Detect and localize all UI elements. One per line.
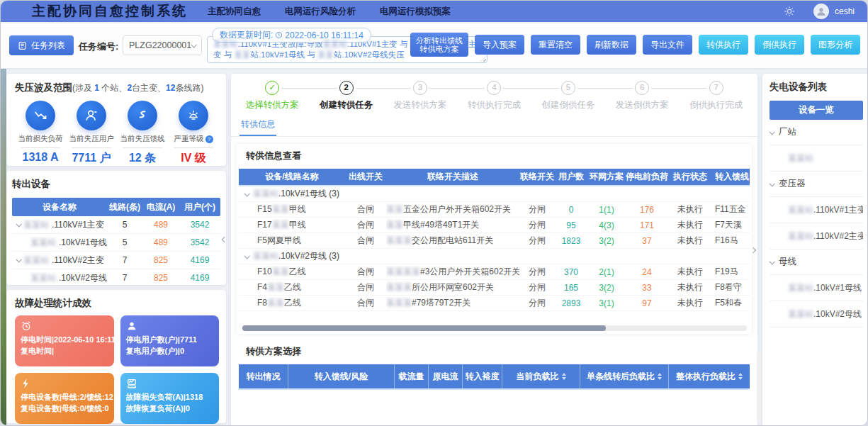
table-row[interactable]: F8某某乙线 合闸 某某某#79塔79T2开关 分闸 2893 3(1) 97 … <box>239 296 750 311</box>
lightning-icon <box>21 378 32 389</box>
app-header: 主配协同自愈控制系统 主配协同自愈 电网运行风险分析 电网运行模拟预案 cesh… <box>1 1 867 22</box>
sortable-header[interactable]: 当前负载比 <box>502 364 580 388</box>
collapse-left-icon[interactable] <box>222 232 227 245</box>
plan-select-section: 转供方案选择 转出情况 转入馈线/风险 载流量 原电流 转入裕度 当前负载比 单… <box>237 342 752 393</box>
export-file-button[interactable]: 导出文件 <box>643 35 692 55</box>
sort-icon <box>658 373 662 380</box>
sort-icon <box>738 373 743 380</box>
chevron-down-icon <box>769 181 774 186</box>
device-list-title: 失电设备列表 <box>770 81 863 94</box>
user-menu[interactable]: ceshi <box>813 4 855 19</box>
tree-group-busbar[interactable]: 母线 <box>770 250 863 275</box>
avatar <box>813 4 829 19</box>
table-row[interactable]: 某某站.110kV#2主变 78254169 <box>12 252 220 269</box>
sortable-header[interactable]: 单条线转后负载比 <box>580 364 669 388</box>
table-row[interactable]: F10某某乙线 合闸 某某某某#3公用户外开关箱602开关 分闸 370 2(1… <box>239 264 750 280</box>
powerloss-device-panel: 失电设备列表 设备一览 厂站 某某站 变压器 某某站.110kV#1主变 某某站… <box>762 74 868 426</box>
step-7: 7倒供执行完成 <box>680 81 753 111</box>
table-row[interactable]: 某某站.110kV#1主变 54893542 <box>12 216 220 234</box>
transfer-info-section: 转供信息查看 设备/线路名称出线开关 联络开关描述联络开关 用户数环网方案 停电… <box>237 144 752 334</box>
outage-devices-card: 停电设备数|母线:2/馈线:12 复电设备数|母线:0/馈线:0 <box>15 373 114 424</box>
transfer-table-header: 设备/线路名称出线开关 联络开关描述联络开关 用户数环网方案 停电前负荷执行状态… <box>239 169 750 186</box>
severity-value: IV 级 <box>168 151 219 166</box>
tree-item[interactable]: 某某站.10kV#1母线 <box>770 275 863 301</box>
fault-stats-panel: 故障处理统计成效 停电时间|2022-06-10 16:11 复电时间| 停电用… <box>6 290 226 423</box>
tree-group-station[interactable]: 厂站 <box>770 120 863 145</box>
table-row[interactable]: F17某某甲线 合闸 某某甲线#49塔49T1开关 分闸 95 4(3) 171… <box>239 218 750 233</box>
impact-title: 失压波及范围 <box>15 82 72 93</box>
chevron-down-icon <box>191 42 197 47</box>
task-no-select[interactable]: PLZG22000001 <box>123 35 202 55</box>
out-devices-header: 设备名称线路(条) 电流(A)用户(个) <box>12 198 220 216</box>
username: ceshi <box>835 6 855 16</box>
scrollbar-thumb[interactable] <box>242 325 606 331</box>
chevron-down-icon[interactable] <box>16 257 21 262</box>
nav-item-simulation-plan[interactable]: 电网运行模拟预案 <box>380 6 451 18</box>
tree-item[interactable]: 某某站 <box>770 145 863 172</box>
process-stepper: ✓选择转供方案 2创建转供任务 3发送转供方案 4转供执行完成 5创建倒供任务 … <box>231 74 757 111</box>
fault-stats-title: 故障处理统计成效 <box>15 297 219 310</box>
table-row[interactable]: F4某某乙线 合闸 某某某所公用环网室602开关 分闸 165 3(2) 33 … <box>239 280 750 296</box>
stat-voltage-loss-users: 当前失压用户 7711 户 <box>66 101 117 166</box>
chevron-down-icon[interactable] <box>244 253 249 259</box>
table-group-row[interactable]: 某某站.10kV#1母线 (3) <box>239 186 750 202</box>
stat-severity: 严重等级? IV 级 <box>168 101 219 166</box>
alarm-lamp-icon <box>186 108 201 123</box>
table-row[interactable]: F15某某甲线 合闸 某某五金公用户外开关箱602开关 分闸 0 1(1) 17… <box>239 202 750 218</box>
step-6: 6发送倒供方案 <box>605 81 679 111</box>
tree-item[interactable]: 某某站.10kV#2母线 <box>770 301 863 327</box>
gear-icon[interactable] <box>784 6 795 17</box>
chevron-down-icon[interactable] <box>16 221 21 227</box>
help-icon[interactable]: ? <box>205 135 213 143</box>
step-1: ✓选择转供方案 <box>235 81 309 111</box>
plan-select-title: 转供方案选择 <box>239 345 750 358</box>
out-devices-table: 设备名称线路(条) 电流(A)用户(个) 某某站.110kV#1主变 54893… <box>12 198 220 287</box>
user-icon <box>126 320 137 332</box>
task-list-icon <box>18 41 27 50</box>
analyze-transfer-plan-button[interactable]: 分析转出馈线 转供电方案 <box>410 33 468 57</box>
main-content: ✓选择转供方案 2创建转供任务 3发送转供方案 4转供执行完成 5创建倒供任务 … <box>231 74 757 426</box>
app-window: 主配协同自愈控制系统 主配协同自愈 电网运行风险分析 电网运行模拟预案 cesh… <box>0 0 868 426</box>
vertical-scrollbar[interactable] <box>757 352 762 422</box>
user-icon <box>84 108 98 123</box>
out-devices-title: 转出设备 <box>12 178 220 191</box>
step-4: 4转供执行完成 <box>457 81 531 111</box>
trend-down-icon <box>33 108 47 123</box>
alarm-clock-icon <box>21 320 32 332</box>
loss-load-value: 1318 A <box>15 151 66 164</box>
tab-bar: 转供信息 <box>231 116 757 137</box>
fault-load-card: 故障损失负荷(A)|1318 故障恢复负荷(A)|0 <box>120 373 220 424</box>
nav-item-self-healing[interactable]: 主配协同自愈 <box>208 6 261 18</box>
tree-item[interactable]: 某某站.110kV#1主变 <box>770 197 863 223</box>
graph-analysis-button[interactable]: 图形分析 <box>811 35 860 55</box>
step-2: 2创建转供任务 <box>309 81 383 111</box>
main-nav: 主配协同自愈 电网运行风险分析 电网运行模拟预案 <box>208 6 451 18</box>
stat-voltage-loss-feeders: 当前失压馈线 12 条 <box>117 101 168 166</box>
step-3: 3发送转供方案 <box>383 81 457 111</box>
task-list-button[interactable]: 任务列表 <box>9 35 74 55</box>
background-photo-strip <box>1 69 6 426</box>
scroll-right-icon[interactable] <box>751 242 755 255</box>
restore-execute-button[interactable]: 倒供执行 <box>755 35 804 55</box>
table-group-row[interactable]: 某某站.10kV#2母线 (3) <box>239 249 750 264</box>
table-row[interactable]: F5网夏甲线 合闸 某某某交公用配电站611开关 分闸 1823 3(2) 37… <box>239 233 750 249</box>
outage-users-card: 停电用户数(户)|7711 复电用户数(户)|0 <box>120 315 220 366</box>
import-plan-button[interactable]: 导入预案 <box>475 35 524 55</box>
check-icon: ✓ <box>265 81 279 95</box>
refresh-data-button[interactable]: 刷新数据 <box>587 35 636 55</box>
table-row[interactable]: 某某站.10kV#1母线 54893542 <box>12 234 220 252</box>
reset-clear-button[interactable]: 重置清空 <box>531 35 580 55</box>
chevron-down-icon[interactable] <box>244 191 249 196</box>
horizontal-scrollbar[interactable] <box>242 325 747 331</box>
sortable-header[interactable]: 整体执行负载比 <box>669 364 750 388</box>
transfer-execute-button[interactable]: 转供执行 <box>699 35 748 55</box>
tree-item[interactable]: 某某站.110kV#2主变 <box>770 223 863 250</box>
tree-group-transformer[interactable]: 变压器 <box>770 172 863 197</box>
stat-loss-load: 当前损失负荷 1318 A <box>15 101 66 166</box>
tab-transfer-info[interactable]: 转供信息 <box>239 116 276 136</box>
step-5: 5创建倒供任务 <box>531 81 605 111</box>
table-row[interactable]: 某某站.10kV#2母线 78254169 <box>12 269 220 287</box>
impact-panel: 失压波及范围(涉及 1 个站、2台主变、12条线路) 当前损失负荷 1318 A… <box>6 74 226 166</box>
toolbar: 任务列表 任务编号: PLZG22000001 数据更新时间: 2022-06-… <box>1 23 867 68</box>
nav-item-risk-analysis[interactable]: 电网运行风险分析 <box>285 6 356 18</box>
